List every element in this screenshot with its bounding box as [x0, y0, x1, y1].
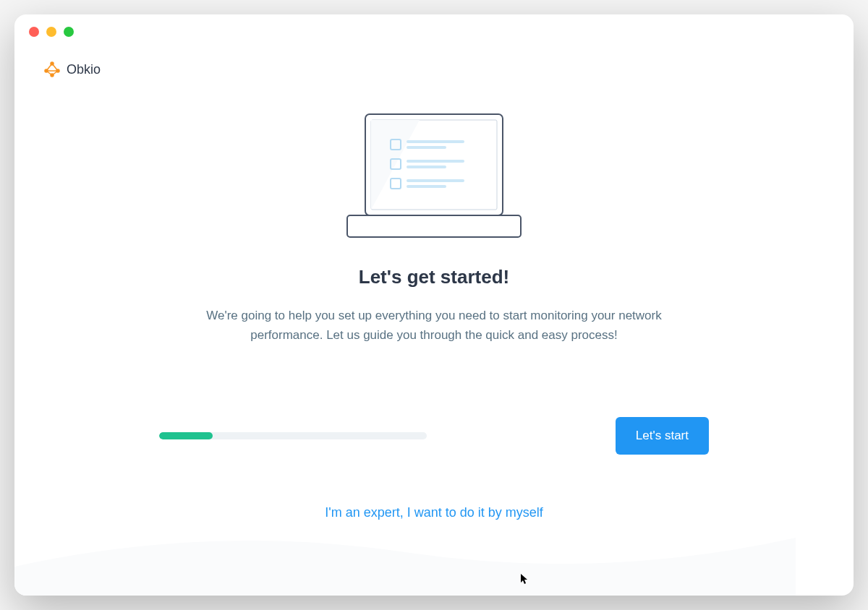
app-window: Obkio Let's get started! [14, 14, 854, 596]
maximize-window-button[interactable] [64, 27, 74, 37]
brand-logo[interactable]: Obkio [43, 61, 825, 78]
window-titlebar [14, 14, 854, 49]
svg-rect-17 [407, 166, 446, 168]
svg-line-5 [52, 64, 58, 71]
progress-fill [159, 432, 213, 439]
svg-line-4 [46, 64, 52, 71]
svg-rect-19 [407, 179, 464, 182]
svg-rect-14 [407, 146, 446, 149]
svg-rect-20 [407, 185, 446, 188]
svg-rect-11 [347, 215, 521, 237]
onboarding-description: We're going to help you set up everythin… [174, 306, 694, 345]
svg-line-6 [46, 71, 52, 75]
obkio-logo-icon [43, 61, 61, 78]
action-row: Let's start [159, 417, 709, 455]
background-wave-decoration [14, 509, 796, 596]
svg-line-7 [52, 71, 58, 75]
svg-rect-16 [407, 160, 464, 163]
minimize-window-button[interactable] [46, 27, 56, 37]
svg-rect-13 [407, 140, 464, 143]
onboarding-main: Let's get started! We're going to help y… [43, 107, 825, 520]
content-area: Obkio Let's get started! [14, 49, 854, 596]
close-window-button[interactable] [29, 27, 39, 37]
start-button[interactable]: Let's start [616, 417, 709, 455]
brand-name: Obkio [67, 62, 101, 77]
laptop-illustration-icon [326, 107, 542, 252]
progress-bar [159, 432, 427, 439]
onboarding-heading: Let's get started! [359, 266, 509, 288]
skip-onboarding-link[interactable]: I'm an expert, I want to do it by myself [325, 505, 543, 520]
mouse-cursor-icon [521, 574, 529, 585]
